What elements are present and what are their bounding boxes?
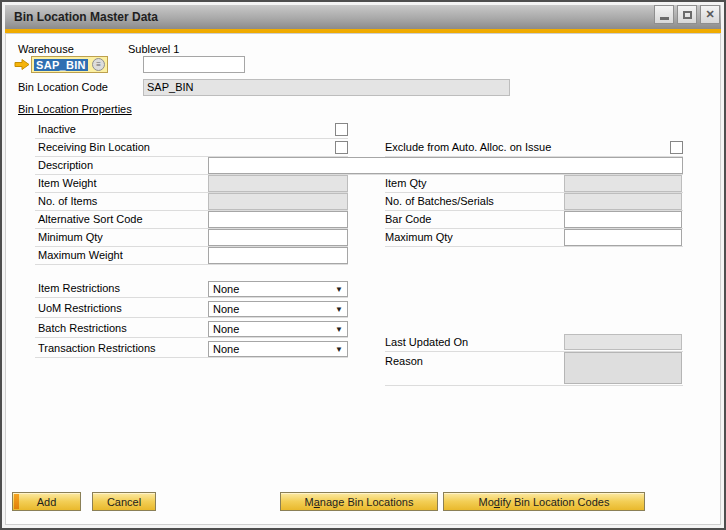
maximize-button[interactable]	[677, 5, 697, 24]
last-updated-on-label: Last Updated On	[385, 334, 468, 351]
batch-restrictions-dropdown[interactable]: None ▼	[208, 321, 348, 337]
chevron-down-icon: ▼	[335, 285, 343, 294]
batch-restrictions-value: None	[213, 323, 239, 335]
row-divider	[35, 264, 348, 265]
bin-location-code-label: Bin Location Code	[18, 79, 108, 96]
transaction-restrictions-dropdown[interactable]: None ▼	[208, 341, 348, 357]
item-restrictions-dropdown[interactable]: None ▼	[208, 281, 348, 297]
choose-from-list-icon[interactable]: ≡	[92, 58, 105, 71]
close-button[interactable]: ✕	[700, 5, 720, 24]
form-area: Warehouse Sublevel 1 SAP_BIN ≡ Bin Locat…	[5, 33, 721, 525]
maximum-qty-input[interactable]	[564, 229, 682, 246]
exclude-auto-alloc-label: Exclude from Auto. Alloc. on Issue	[385, 139, 551, 156]
last-updated-on-field	[564, 334, 682, 350]
bar-code-input[interactable]	[564, 211, 682, 228]
item-weight-field	[208, 175, 348, 192]
add-button-label: Add	[37, 496, 57, 508]
chevron-down-icon: ▼	[335, 325, 343, 334]
row-divider	[35, 317, 348, 318]
minimize-icon	[660, 17, 669, 20]
uom-restrictions-label: UoM Restrictions	[38, 300, 122, 317]
minimum-qty-input[interactable]	[208, 229, 348, 246]
row-divider	[35, 337, 348, 338]
link-arrow-icon[interactable]	[14, 58, 30, 71]
row-divider	[35, 357, 348, 358]
maximum-weight-label: Maximum Weight	[38, 247, 123, 264]
row-divider	[385, 385, 683, 386]
reason-field	[564, 352, 682, 384]
bin-location-code-field: SAP_BIN	[143, 79, 510, 96]
modify-bin-location-codes-button[interactable]: Modify Bin Location Codes	[443, 492, 645, 511]
item-weight-label: Item Weight	[38, 175, 97, 192]
description-label: Description	[38, 157, 93, 174]
close-icon: ✕	[705, 8, 714, 21]
section-title: Bin Location Properties	[18, 103, 132, 115]
sublevel-input[interactable]	[143, 56, 245, 73]
no-of-items-label: No. of Items	[38, 193, 97, 210]
window-controls: ✕	[654, 5, 720, 24]
alternative-sort-code-input[interactable]	[208, 211, 348, 228]
batch-restrictions-label: Batch Restrictions	[38, 320, 127, 337]
inactive-label: Inactive	[38, 121, 76, 138]
bar-code-label: Bar Code	[385, 211, 431, 228]
item-restrictions-value: None	[213, 283, 239, 295]
item-qty-label: Item Qty	[385, 175, 427, 192]
maximum-qty-label: Maximum Qty	[385, 229, 453, 246]
minimize-button[interactable]	[654, 5, 674, 24]
row-divider	[385, 246, 683, 247]
add-button[interactable]: Add	[12, 492, 81, 511]
manage-bin-locations-button[interactable]: Manage Bin Locations	[280, 492, 438, 511]
title-bar[interactable]: Bin Location Master Data	[5, 5, 721, 29]
item-qty-field	[564, 175, 682, 192]
row-divider	[35, 297, 348, 298]
uom-restrictions-dropdown[interactable]: None ▼	[208, 301, 348, 317]
default-button-indicator	[14, 494, 19, 509]
window-title: Bin Location Master Data	[5, 10, 158, 24]
alternative-sort-code-label: Alternative Sort Code	[38, 211, 143, 228]
maximize-icon	[683, 11, 692, 19]
minimum-qty-label: Minimum Qty	[38, 229, 103, 246]
chevron-down-icon: ▼	[335, 345, 343, 354]
maximum-weight-input[interactable]	[208, 247, 348, 264]
cancel-button-label: Cancel	[107, 496, 141, 508]
no-of-batches-serials-label: No. of Batches/Serials	[385, 193, 494, 210]
description-input[interactable]	[208, 157, 683, 174]
receiving-bin-checkbox[interactable]	[335, 141, 348, 154]
bin-location-master-data-window: Bin Location Master Data ✕ Warehouse Sub…	[0, 0, 726, 530]
reason-label: Reason	[385, 353, 423, 370]
warehouse-input[interactable]: SAP_BIN ≡	[31, 56, 108, 73]
inactive-checkbox[interactable]	[335, 123, 348, 136]
manage-bin-locations-label: Manage Bin Locations	[305, 496, 414, 508]
cancel-button[interactable]: Cancel	[92, 492, 156, 511]
transaction-restrictions-label: Transaction Restrictions	[38, 340, 156, 357]
transaction-restrictions-value: None	[213, 343, 239, 355]
item-restrictions-label: Item Restrictions	[38, 280, 120, 297]
exclude-auto-alloc-checkbox[interactable]	[670, 141, 683, 154]
uom-restrictions-value: None	[213, 303, 239, 315]
receiving-bin-label: Receiving Bin Location	[38, 139, 150, 156]
chevron-down-icon: ▼	[335, 305, 343, 314]
no-of-batches-serials-field	[564, 193, 682, 210]
no-of-items-field	[208, 193, 348, 210]
modify-bin-location-codes-label: Modify Bin Location Codes	[479, 496, 610, 508]
warehouse-selected-text: SAP_BIN	[34, 59, 88, 71]
